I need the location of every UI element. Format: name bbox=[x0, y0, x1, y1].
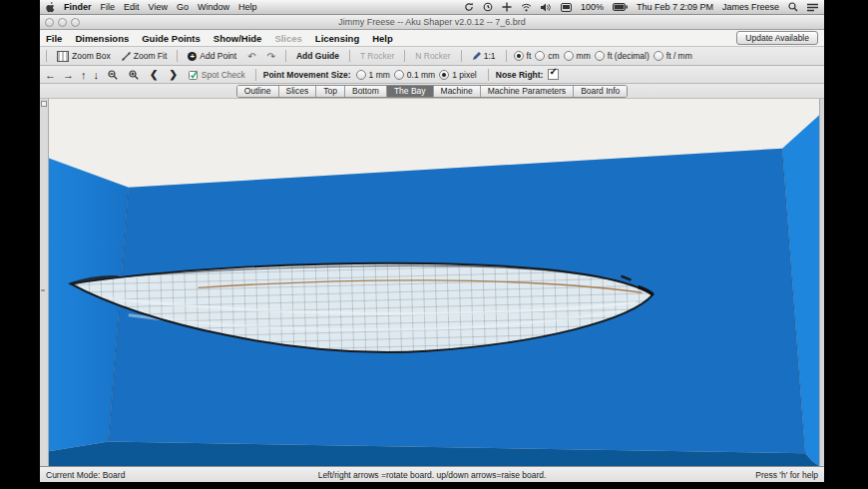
menubar-item-finder[interactable]: Finder bbox=[64, 2, 92, 12]
separator bbox=[404, 50, 405, 62]
menubar-clock[interactable]: Thu Feb 7 2:09 PM bbox=[637, 2, 713, 12]
menubar-item-window[interactable]: Window bbox=[198, 2, 229, 12]
zoom-button[interactable] bbox=[71, 18, 80, 27]
nose-right-checkbox[interactable] bbox=[548, 69, 559, 80]
app-menu-item-file[interactable]: File bbox=[46, 33, 62, 44]
spotlight-search-icon[interactable] bbox=[788, 2, 798, 12]
toolbar-navigation: ← → ↑ ↓ ❮ ❯ Spot Check Point Movement Si… bbox=[40, 66, 824, 84]
tab-machine-parameters[interactable]: Machine Parameters bbox=[481, 86, 574, 97]
wifi-icon[interactable] bbox=[521, 3, 532, 12]
display-icon[interactable] bbox=[561, 3, 572, 12]
tab-machine[interactable]: Machine bbox=[434, 86, 481, 97]
view-tab-row: OutlineSlicesTopBottomThe BayMachineMach… bbox=[40, 84, 824, 99]
zoom-fit-button[interactable]: Zoom Fit bbox=[119, 50, 171, 62]
spot-check-icon bbox=[189, 70, 199, 80]
accessibility-icon[interactable] bbox=[502, 2, 512, 12]
movement-radio-label: 0.1 mm bbox=[407, 70, 435, 80]
battery-percent: 100% bbox=[581, 2, 604, 12]
app-menu-item-dimensions[interactable]: Dimensions bbox=[75, 33, 129, 44]
update-available-button[interactable]: Update Available bbox=[736, 31, 818, 45]
radio-icon bbox=[564, 51, 574, 61]
tab-board-info[interactable]: Board Info bbox=[574, 86, 627, 97]
movement-radio-1-mm[interactable]: 1 mm bbox=[356, 70, 390, 80]
app-menu-item-licensing[interactable]: Licensing bbox=[315, 33, 359, 44]
canvas-right-strip bbox=[819, 99, 824, 466]
volume-icon[interactable] bbox=[541, 3, 552, 12]
zoom-out-button[interactable] bbox=[105, 69, 121, 81]
tab-the-bay[interactable]: The Bay bbox=[387, 86, 434, 97]
unit-radio-ft[interactable]: ft bbox=[514, 51, 532, 61]
nose-right-label: Nose Right: bbox=[496, 70, 544, 80]
zoom-box-label: Zoom Box bbox=[72, 51, 111, 61]
undo-icon: ↶ bbox=[247, 51, 255, 62]
ruler-strip[interactable] bbox=[40, 99, 49, 466]
undo-button[interactable]: ↶ bbox=[244, 50, 258, 63]
movement-radio-0-1-mm[interactable]: 0.1 mm bbox=[394, 70, 435, 80]
traffic-lights bbox=[45, 18, 80, 27]
redo-button[interactable]: ↷ bbox=[264, 50, 278, 63]
unit-radio-label: ft / mm bbox=[666, 51, 692, 61]
app-menu-item-show-hide[interactable]: Show/Hide bbox=[214, 33, 262, 44]
zoom-box-button[interactable]: Zoom Box bbox=[54, 50, 114, 63]
radio-icon bbox=[653, 51, 663, 61]
toolbar-main: Zoom Box Zoom Fit + Add Point ↶ ↷ Add Gu… bbox=[40, 47, 824, 66]
time-machine-icon[interactable] bbox=[483, 2, 493, 12]
notification-list-icon[interactable] bbox=[807, 3, 818, 12]
raise-up-button[interactable]: ↑ bbox=[80, 69, 88, 81]
zoom-in-button[interactable] bbox=[126, 69, 142, 81]
menubar-item-go[interactable]: Go bbox=[177, 2, 189, 12]
macos-menubar-right: 100% Thu Feb 7 2:09 PM James Freese bbox=[464, 2, 818, 12]
tab-top[interactable]: Top bbox=[316, 86, 345, 97]
window-title: Jimmy Freese -- Aku Shaper v2.0.12 -- 7_… bbox=[338, 17, 526, 27]
scale-pen-icon bbox=[472, 52, 481, 61]
n-rocker-button[interactable]: N Rocker bbox=[412, 50, 453, 62]
unit-radio-ft-mm[interactable]: ft / mm bbox=[653, 51, 692, 61]
zoom-fit-icon bbox=[122, 52, 131, 61]
tab-outline[interactable]: Outline bbox=[237, 86, 279, 97]
radio-icon bbox=[535, 51, 545, 61]
desktop-stage: { "menubar": { "items": ["Finder", "File… bbox=[0, 0, 868, 489]
separator bbox=[255, 69, 256, 81]
view-tabs: OutlineSlicesTopBottomThe BayMachineMach… bbox=[236, 85, 629, 98]
sync-icon[interactable] bbox=[464, 2, 474, 12]
tab-bottom[interactable]: Bottom bbox=[345, 86, 387, 97]
t-rocker-button[interactable]: T Rocker bbox=[357, 50, 397, 62]
menubar-item-help[interactable]: Help bbox=[238, 2, 257, 12]
radio-icon bbox=[356, 70, 366, 80]
menubar-item-view[interactable]: View bbox=[149, 2, 168, 12]
status-bar: Current Mode: Board Left/right arrows =r… bbox=[40, 466, 824, 482]
window-title-bar: Jimmy Freese -- Aku Shaper v2.0.12 -- 7_… bbox=[40, 15, 824, 30]
apple-menu-icon[interactable] bbox=[46, 2, 55, 13]
app-menu-row: FileDimensionsGuide PointsShow/HideSlice… bbox=[40, 30, 824, 47]
menubar-item-edit[interactable]: Edit bbox=[124, 2, 140, 12]
prev-button[interactable]: ❮ bbox=[147, 68, 161, 81]
bay-3d-viewport[interactable] bbox=[49, 99, 819, 466]
rotate-right-button[interactable]: → bbox=[62, 69, 75, 81]
movement-radio-1-pixel[interactable]: 1 pixel bbox=[439, 70, 477, 80]
app-menu-item-help[interactable]: Help bbox=[372, 33, 393, 44]
unit-radio-cm[interactable]: cm bbox=[535, 51, 559, 61]
battery-icon[interactable] bbox=[613, 3, 628, 11]
zoom-fit-label: Zoom Fit bbox=[134, 51, 168, 61]
unit-radio-mm[interactable]: mm bbox=[564, 51, 591, 61]
minimize-button[interactable] bbox=[58, 18, 67, 27]
movement-radio-label: 1 mm bbox=[369, 70, 390, 80]
scale-label: 1:1 bbox=[484, 51, 496, 61]
unit-radio-label: cm bbox=[548, 51, 559, 61]
app-menu-item-guide-points[interactable]: Guide Points bbox=[142, 33, 201, 44]
next-button[interactable]: ❯ bbox=[166, 68, 180, 81]
scale-1-1-button[interactable]: 1:1 bbox=[469, 50, 499, 62]
tab-slices[interactable]: Slices bbox=[279, 86, 317, 97]
add-guide-button[interactable]: Add Guide bbox=[293, 50, 342, 62]
menubar-user[interactable]: James Freese bbox=[722, 2, 779, 12]
spot-check-button[interactable]: Spot Check bbox=[186, 69, 248, 81]
app-menu: FileDimensionsGuide PointsShow/HideSlice… bbox=[46, 33, 393, 44]
rotate-left-button[interactable]: ← bbox=[44, 69, 57, 81]
unit-radio-ft-decimal[interactable]: ft (decimal) bbox=[595, 51, 650, 61]
add-point-button[interactable]: + Add Point bbox=[185, 50, 239, 62]
menubar-item-file[interactable]: File bbox=[101, 2, 116, 12]
screen: Finder File Edit View Go Window Help bbox=[40, 0, 824, 482]
close-button[interactable] bbox=[45, 18, 54, 27]
macos-menubar-left: Finder File Edit View Go Window Help bbox=[46, 2, 256, 13]
lower-down-button[interactable]: ↓ bbox=[93, 69, 101, 81]
